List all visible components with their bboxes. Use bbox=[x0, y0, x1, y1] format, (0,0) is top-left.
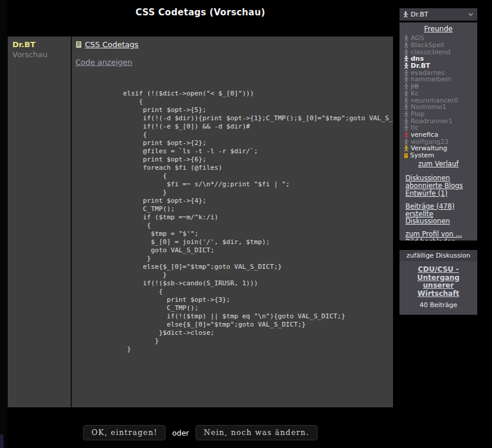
friend-item: Roadrunner1 bbox=[404, 117, 477, 124]
author-column: Dr.BT Vorschau bbox=[8, 37, 72, 407]
cancel-button[interactable]: Nein, noch was ändern. bbox=[196, 425, 318, 440]
person-icon bbox=[404, 70, 409, 76]
person-icon bbox=[404, 145, 409, 151]
friend-item: BlackSpell bbox=[404, 42, 477, 49]
friend-item: neuromancer0 bbox=[404, 97, 477, 104]
person-icon bbox=[404, 111, 409, 117]
person-icon bbox=[404, 131, 409, 138]
chevron-down-icon bbox=[468, 12, 474, 17]
friend-item: Verwaltung bbox=[404, 145, 477, 152]
code-toggle-link[interactable]: Code anzeigen bbox=[75, 58, 133, 67]
friend-item: Dr.BT bbox=[404, 62, 477, 70]
sidebar-link[interactable]: Entwürfe (1) bbox=[405, 190, 477, 197]
person-icon bbox=[404, 97, 409, 104]
friend-item: AGS bbox=[404, 35, 477, 42]
random-discussion-link[interactable]: CDU/CSU - Untergang unserer Wirtschaft bbox=[404, 266, 473, 298]
friend-item: wolfgang23 bbox=[404, 138, 477, 145]
sidebar: Dr.BT Freunde AGS BlackSpell classicblen… bbox=[399, 8, 477, 315]
person-icon bbox=[404, 118, 409, 124]
user-dropdown[interactable]: Dr.BT bbox=[399, 8, 477, 21]
friend-item: classicblend bbox=[404, 48, 477, 55]
sidebar-link[interactable]: Bild hochladen bbox=[405, 238, 477, 241]
history-link[interactable]: zum Verlauf bbox=[399, 160, 477, 168]
entry-title-link[interactable]: CSS Codetags bbox=[85, 40, 138, 49]
person-icon bbox=[404, 139, 409, 145]
left-edge-decor bbox=[0, 0, 7, 448]
person-icon bbox=[404, 62, 409, 69]
friend-item: dns bbox=[404, 55, 477, 62]
action-bar: OK, eintragen! oder Nein, noch was änder… bbox=[8, 425, 393, 440]
system-box-icon bbox=[404, 153, 408, 159]
person-icon bbox=[404, 104, 409, 110]
person-icon bbox=[404, 49, 409, 55]
sidebar-link[interactable]: Beiträge (478) bbox=[405, 203, 477, 210]
friend-item: Kc bbox=[404, 90, 477, 97]
person-icon bbox=[404, 83, 409, 90]
friend-item: Plop bbox=[404, 111, 477, 118]
preview-panel: Dr.BT Vorschau CSS Codetags Code anzeige… bbox=[8, 37, 393, 407]
code-block: elsif (!($dict->open("< $_[0]"))) { prin… bbox=[75, 90, 393, 354]
person-icon bbox=[404, 76, 409, 83]
user-dropdown-value: Dr.BT bbox=[411, 11, 465, 18]
random-discussion-box: zufällige Diskussion CDU/CSU - Untergang… bbox=[399, 250, 477, 315]
friend-item: venefica bbox=[404, 131, 477, 139]
or-separator: oder bbox=[172, 429, 189, 437]
person-icon bbox=[403, 11, 408, 18]
friends-list: AGS BlackSpell classicblend dns Dr.B bbox=[399, 35, 477, 159]
page-title: CSS Codetags (Vorschau) bbox=[8, 7, 393, 18]
ok-button[interactable]: OK, eintragen! bbox=[83, 425, 166, 440]
friend-name-link[interactable]: System bbox=[410, 151, 434, 159]
person-icon bbox=[404, 124, 409, 131]
random-discussion-count: 40 Beiträge bbox=[404, 301, 473, 309]
friend-item: hammelbein bbox=[404, 76, 477, 83]
sidebar-link[interactable]: erstellte Diskussionen bbox=[405, 210, 477, 226]
sidebar-links: Diskussionenabonnierte BlogsEntwürfe (1)… bbox=[399, 174, 477, 241]
friends-panel: Freunde AGS BlackSpell classicblend bbox=[399, 22, 477, 241]
random-discussion-header: zufällige Diskussion bbox=[399, 250, 477, 261]
person-icon bbox=[404, 42, 409, 48]
friend-item: Nostromo1 bbox=[404, 104, 477, 111]
friend-item: System bbox=[404, 152, 477, 159]
person-icon bbox=[404, 35, 409, 41]
friend-item: evadarnes bbox=[404, 69, 477, 76]
mode-label: Vorschau bbox=[12, 50, 71, 59]
person-icon bbox=[404, 55, 409, 62]
person-icon bbox=[404, 90, 409, 97]
friend-item: JiB bbox=[404, 83, 477, 90]
corner-decor bbox=[0, 434, 4, 448]
document-icon bbox=[75, 41, 82, 48]
entry-content: CSS Codetags Code anzeigen elsif (!($dic… bbox=[72, 37, 393, 407]
author-name: Dr.BT bbox=[12, 40, 71, 49]
friends-heading[interactable]: Freunde bbox=[399, 25, 477, 33]
friend-item: tic bbox=[404, 124, 477, 131]
